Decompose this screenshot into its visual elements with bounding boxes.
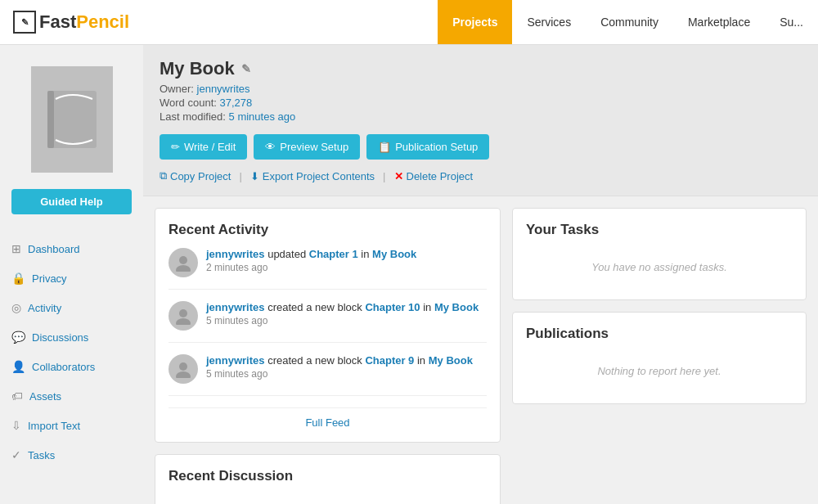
activity-chapter-1[interactable]: Chapter 1 — [309, 248, 358, 260]
activity-time-1: 2 minutes ago — [206, 262, 416, 273]
project-word-count: Word count: 37,278 — [160, 97, 802, 109]
content-area: Recent Activity jennywrites updated — [143, 196, 818, 504]
delete-project-link[interactable]: ✕ Delete Project — [394, 170, 474, 182]
delete-icon: ✕ — [394, 170, 403, 182]
dashboard-icon: ⊞ — [11, 242, 21, 255]
activity-action-2: created a new block — [267, 301, 365, 313]
svg-point-6 — [179, 362, 187, 371]
write-edit-label: Write / Edit — [184, 141, 236, 153]
activity-item-1: jennywrites updated Chapter 1 in My Book… — [169, 248, 487, 290]
tasks-icon: ✓ — [11, 448, 21, 461]
publications-empty: Nothing to report here yet. — [526, 352, 793, 390]
svg-point-3 — [176, 265, 191, 272]
download-icon: ⬇ — [250, 170, 259, 182]
nav-item-su[interactable]: Su... — [765, 0, 818, 44]
sidebar-item-privacy[interactable]: 🔒 Privacy — [0, 263, 143, 293]
sidebar-label-activity: Activity — [28, 302, 61, 314]
user-avatar-icon-3 — [174, 360, 192, 378]
sidebar-item-import-text[interactable]: ⇩ Import Text — [0, 411, 143, 440]
nav-item-projects[interactable]: Projects — [438, 0, 512, 44]
publications-card: Publications Nothing to report here yet. — [512, 312, 807, 404]
sidebar-item-tasks[interactable]: ✓ Tasks — [0, 440, 143, 470]
activity-action-1: updated — [267, 248, 309, 260]
project-owner: Owner: jennywrites — [160, 83, 802, 95]
sidebar-item-assets[interactable]: 🏷 Assets — [0, 381, 143, 411]
left-column: Recent Activity jennywrites updated — [155, 208, 501, 504]
link-separator-1: | — [239, 170, 241, 182]
logo[interactable]: ✎ FastPencil — [0, 11, 142, 34]
recent-discussion-title: Recent Discussion — [169, 468, 487, 484]
copy-icon: ⧉ — [160, 169, 167, 182]
sidebar-item-discussions[interactable]: 💬 Discussions — [0, 322, 143, 352]
activity-time-2: 5 minutes ago — [206, 315, 479, 326]
project-links-row: ⧉ Copy Project | ⬇ Export Project Conten… — [160, 169, 802, 182]
nav-item-marketplace[interactable]: Marketplace — [673, 0, 765, 44]
collaborators-icon: 👤 — [11, 360, 25, 373]
project-header: My Book ✎ Owner: jennywrites Word count:… — [143, 45, 818, 196]
activity-preposition-3: in — [417, 354, 429, 367]
publication-setup-button[interactable]: 📋 Publication Setup — [366, 134, 489, 160]
activity-user-2[interactable]: jennywrites — [206, 301, 265, 313]
preview-setup-button[interactable]: 👁 Preview Setup — [254, 134, 360, 160]
activity-preposition-1: in — [361, 248, 372, 260]
activity-chapter-2[interactable]: Chapter 10 — [365, 301, 420, 313]
main: My Book ✎ Owner: jennywrites Word count:… — [143, 45, 818, 504]
activity-text-2: jennywrites created a new block Chapter … — [206, 301, 479, 326]
guided-help-button[interactable]: Guided Help — [11, 189, 132, 214]
export-project-link[interactable]: ⬇ Export Project Contents — [250, 170, 375, 182]
last-modified-label: Last modified: — [160, 110, 226, 123]
lock-icon: 🔒 — [11, 272, 25, 285]
copy-project-link[interactable]: ⧉ Copy Project — [160, 169, 231, 182]
edit-title-icon[interactable]: ✎ — [241, 62, 251, 75]
sidebar-item-collaborators[interactable]: 👤 Collaborators — [0, 352, 143, 381]
eye-icon: 👁 — [265, 141, 276, 153]
assets-icon: 🏷 — [11, 389, 23, 403]
activity-book-2[interactable]: My Book — [434, 301, 479, 313]
svg-point-5 — [176, 318, 191, 325]
activity-time-3: 5 minutes ago — [206, 368, 473, 380]
svg-rect-1 — [47, 91, 54, 148]
import-icon: ⇩ — [11, 419, 21, 432]
owner-link[interactable]: jennywrites — [197, 83, 250, 95]
activity-book-3[interactable]: My Book — [429, 354, 473, 367]
full-feed-link[interactable]: Full Feed — [169, 407, 487, 429]
svg-point-2 — [179, 256, 187, 264]
your-tasks-card: Your Tasks You have no assigned tasks. — [512, 208, 807, 300]
activity-chapter-3[interactable]: Chapter 9 — [365, 354, 414, 367]
activity-item-3: jennywrites created a new block Chapter … — [169, 354, 487, 396]
header: ✎ FastPencil Projects Services Community… — [0, 0, 818, 45]
activity-user-1[interactable]: jennywrites — [206, 248, 265, 260]
your-tasks-title: Your Tasks — [526, 222, 793, 238]
user-avatar-icon-1 — [174, 254, 192, 272]
sidebar-label-discussions: Discussions — [32, 331, 88, 344]
sidebar-label-tasks: Tasks — [28, 449, 55, 461]
activity-icon: ◎ — [11, 301, 21, 314]
discussions-icon: 💬 — [11, 331, 25, 344]
logo-fast: Fast — [39, 11, 76, 33]
user-avatar-icon-2 — [174, 307, 192, 325]
sidebar-item-dashboard[interactable]: ⊞ Dashboard — [0, 234, 143, 263]
sidebar-item-activity[interactable]: ◎ Activity — [0, 293, 143, 322]
main-nav: Projects Services Community Marketplace … — [438, 0, 818, 44]
activity-book-1[interactable]: My Book — [372, 248, 416, 260]
svg-point-7 — [176, 371, 191, 378]
nav-item-services[interactable]: Services — [512, 0, 586, 44]
copy-project-label: Copy Project — [170, 170, 231, 182]
activity-user-3[interactable]: jennywrites — [206, 354, 265, 367]
nav-item-community[interactable]: Community — [586, 0, 673, 44]
project-info: My Book ✎ Owner: jennywrites Word count:… — [160, 58, 802, 182]
publication-setup-label: Publication Setup — [395, 141, 478, 153]
activity-action-3: created a new block — [267, 354, 365, 367]
book-icon — [43, 87, 101, 152]
word-count-value: 37,278 — [219, 97, 252, 109]
project-actions-row: ✏ Write / Edit 👁 Preview Setup 📋 Publica… — [160, 134, 802, 160]
book-cover-sidebar — [31, 66, 113, 173]
avatar-1 — [169, 248, 198, 277]
delete-project-label: Delete Project — [407, 170, 474, 182]
layout: Guided Help ⊞ Dashboard 🔒 Privacy ◎ Acti… — [0, 45, 818, 504]
project-title: My Book ✎ — [160, 58, 802, 79]
sidebar-label-import: Import Text — [28, 420, 80, 432]
write-edit-button[interactable]: ✏ Write / Edit — [160, 134, 247, 160]
activity-text-3: jennywrites created a new block Chapter … — [206, 354, 473, 380]
project-last-modified: Last modified: 5 minutes ago — [160, 110, 802, 123]
